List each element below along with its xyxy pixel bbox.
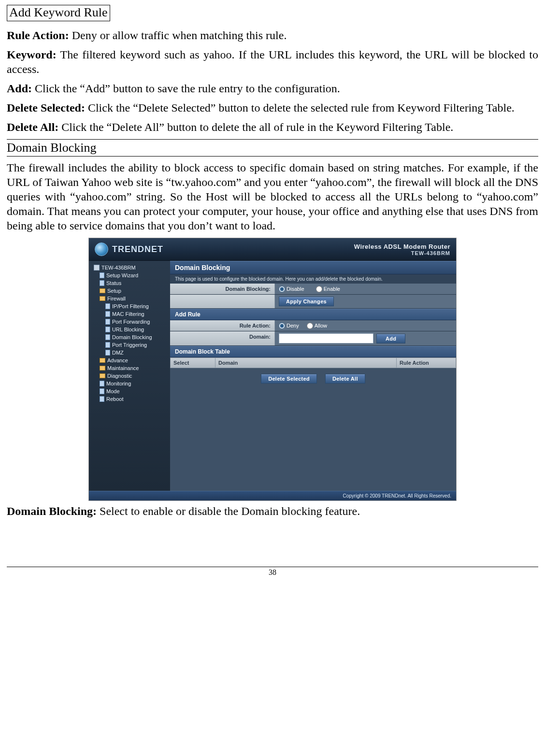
- nav-setup-wizard[interactable]: Setup Wizard: [91, 271, 168, 279]
- nav-dmz[interactable]: DMZ: [91, 349, 168, 357]
- nav-port-triggering[interactable]: Port Triggering: [91, 341, 168, 349]
- page-icon: [105, 319, 110, 325]
- domain-blocking-after-text: Select to enable or disable the Domain b…: [97, 505, 360, 517]
- delete-selected-label: Delete Selected:: [7, 101, 85, 114]
- domain-blocking-heading: Domain Blocking: [7, 139, 538, 157]
- panel-title: Domain Blocking: [170, 261, 456, 274]
- router-footer: Copyright © 2009 TRENDnet. All Rights Re…: [89, 491, 456, 500]
- page-icon: [105, 350, 110, 356]
- page-number: 38: [7, 567, 538, 577]
- th-domain: Domain: [215, 358, 397, 368]
- router-topbar: TRENDNET Wireless ADSL Modem Router TEW-…: [89, 238, 456, 261]
- add-keyword-rule-heading: Add Keyword Rule: [7, 5, 110, 21]
- row-apply: Apply Changes: [170, 295, 456, 309]
- delete-all-text: Click the “Delete All” button to delete …: [58, 121, 453, 133]
- keyword-desc: Keyword: The filtered keyword such as ya…: [7, 47, 538, 76]
- add-text: Click the “Add” button to save the rule …: [32, 82, 340, 95]
- table-buttons: Delete Selected Delete All: [170, 368, 456, 387]
- model-line1: Wireless ADSL Modem Router: [354, 243, 450, 250]
- nav-label: Diagnostic: [107, 373, 132, 379]
- nav-advance[interactable]: Advance: [91, 357, 168, 364]
- nav-ipport-filtering[interactable]: IP/Port Filtering: [91, 302, 168, 310]
- deny-radio[interactable]: [279, 323, 285, 329]
- keyword-label: Keyword:: [7, 48, 57, 61]
- page-icon: [105, 327, 110, 332]
- nav-label: IP/Port Filtering: [112, 303, 149, 309]
- allow-option[interactable]: Allow: [307, 323, 327, 329]
- keyword-text: The filtered keyword such as yahoo. If t…: [7, 48, 538, 75]
- nav-monitoring[interactable]: Monitoring: [91, 380, 168, 387]
- apply-changes-button[interactable]: Apply Changes: [279, 297, 334, 306]
- delete-all-button[interactable]: Delete All: [325, 374, 365, 384]
- folder-icon: [100, 373, 105, 378]
- page-icon: [100, 388, 104, 394]
- nav-label: Setup: [107, 288, 121, 294]
- nav-label: Mode: [106, 388, 120, 394]
- rule-action-label: Rule Action:: [7, 29, 69, 42]
- disable-radio[interactable]: [279, 286, 285, 292]
- empty-label: [170, 295, 275, 308]
- th-select: Select: [171, 358, 215, 368]
- nav-root-label: TEW-436BRM: [101, 265, 136, 271]
- page-icon: [105, 342, 110, 348]
- nav-reboot[interactable]: Reboot: [91, 395, 168, 403]
- domain-blocking-after: Domain Blocking: Select to enable or dis…: [7, 504, 538, 518]
- nav-label: Monitoring: [106, 381, 131, 386]
- router-model: Wireless ADSL Modem Router TEW-436BRM: [354, 243, 450, 256]
- nav-label: Firewall: [107, 296, 126, 301]
- rule-action-field-label: Rule Action:: [170, 320, 275, 331]
- nav-url-blocking[interactable]: URL Blocking: [91, 326, 168, 333]
- deny-label: Deny: [287, 323, 299, 328]
- domain-blocking-intro: The firewall includes the ability to blo…: [7, 160, 538, 233]
- router-brand: TRENDNET: [95, 242, 163, 256]
- nav-label: MAC Filtering: [112, 311, 144, 317]
- block-table-title: Domain Block Table: [170, 346, 456, 357]
- page-icon: [105, 311, 110, 317]
- enable-label: Enable: [324, 286, 340, 292]
- delete-selected-text: Click the “Delete Selected” button to de…: [85, 101, 515, 114]
- disable-option[interactable]: Disable: [279, 286, 304, 292]
- nav-label: Status: [106, 280, 121, 286]
- add-label: Add:: [7, 82, 32, 95]
- nav-domain-blocking[interactable]: Domain Blocking: [91, 333, 168, 341]
- page-icon: [100, 381, 104, 386]
- domain-input[interactable]: [279, 333, 373, 343]
- row-domain-blocking: Domain Blocking: Disable Enable: [170, 284, 456, 295]
- page-icon: [105, 334, 110, 340]
- page-icon: [100, 396, 104, 402]
- add-rule-title: Add Rule: [170, 309, 456, 320]
- folder-icon: [100, 358, 105, 363]
- enable-radio[interactable]: [316, 286, 322, 292]
- nav-label: DMZ: [112, 350, 124, 356]
- domain-blocking-after-label: Domain Blocking:: [7, 505, 97, 517]
- nav-maintainance[interactable]: Maintainance: [91, 364, 168, 372]
- nav-root[interactable]: TEW-436BRM: [91, 264, 168, 271]
- disable-label: Disable: [287, 286, 304, 292]
- delete-selected-button[interactable]: Delete Selected: [261, 374, 317, 384]
- nav-port-forwarding[interactable]: Port Forwarding: [91, 318, 168, 326]
- delete-selected-desc: Delete Selected: Click the “Delete Selec…: [7, 100, 538, 115]
- block-table: Select Domain Rule Action: [170, 357, 456, 368]
- enable-option[interactable]: Enable: [316, 286, 340, 292]
- nav-diagnostic[interactable]: Diagnostic: [91, 372, 168, 380]
- router-nav: TEW-436BRM Setup Wizard Status Setup Fir…: [89, 261, 170, 491]
- allow-radio[interactable]: [307, 323, 313, 329]
- nav-setup[interactable]: Setup: [91, 287, 168, 295]
- nav-mac-filtering[interactable]: MAC Filtering: [91, 310, 168, 318]
- page-icon: [100, 280, 104, 286]
- nav-firewall[interactable]: Firewall: [91, 295, 168, 302]
- deny-option[interactable]: Deny: [279, 323, 299, 329]
- delete-all-label: Delete All:: [7, 121, 58, 133]
- device-icon: [94, 265, 100, 271]
- rule-action-text: Deny or allow traffic when matching this…: [69, 29, 287, 42]
- router-screenshot: TRENDNET Wireless ADSL Modem Router TEW-…: [88, 238, 457, 501]
- nav-status[interactable]: Status: [91, 279, 168, 287]
- th-rule-action: Rule Action: [397, 358, 456, 368]
- add-button[interactable]: Add: [376, 334, 405, 343]
- nav-label: Port Forwarding: [112, 319, 150, 325]
- domain-blocking-label: Domain Blocking:: [170, 284, 275, 294]
- page-icon: [105, 303, 110, 309]
- folder-icon: [100, 288, 105, 293]
- brand-logo-icon: [95, 242, 108, 256]
- nav-mode[interactable]: Mode: [91, 387, 168, 395]
